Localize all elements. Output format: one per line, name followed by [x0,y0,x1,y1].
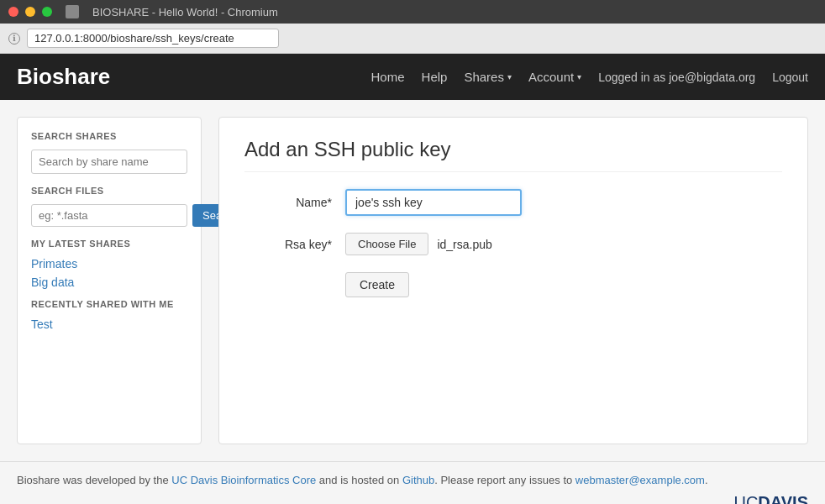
footer-text-2: and is hosted on [316,474,402,486]
nav-account-label: Account [528,70,574,84]
maximize-btn[interactable] [42,7,52,17]
name-label: Name* [244,196,345,209]
page-title: Add an SSH public key [244,138,782,172]
info-icon: ℹ [8,33,20,45]
choose-file-button[interactable]: Choose File [345,233,428,255]
footer: Bioshare was developed by the UC Davis B… [0,461,825,504]
nav-home[interactable]: Home [371,70,405,84]
search-files-row: Search [31,204,187,227]
main-wrapper: SEARCH SHARES SEARCH FILES Search MY LAT… [0,100,825,461]
navbar-user: Logged in as joe@bigdata.org [598,71,755,84]
name-input[interactable] [345,189,522,216]
navbar-brand: Bioshare [17,64,110,90]
create-row: Create [244,272,782,297]
list-item[interactable]: Test [31,318,187,331]
nav-shares-dropdown[interactable]: Shares ▾ [464,70,512,84]
footer-link-github[interactable]: Github [402,474,434,486]
list-item[interactable]: Primates [31,257,187,270]
search-files-title: SEARCH FILES [31,186,187,196]
my-latest-shares-title: MY LATEST SHARES [31,239,187,249]
close-btn[interactable] [8,7,18,17]
minimize-btn[interactable] [25,7,35,17]
file-name-display: id_rsa.pub [437,238,491,251]
account-caret-icon: ▾ [577,72,581,81]
search-shares-title: SEARCH SHARES [31,131,187,141]
addressbar: ℹ [0,24,825,54]
list-item[interactable]: Big data [31,276,187,289]
sidebar: SEARCH SHARES SEARCH FILES Search MY LAT… [17,117,202,444]
navbar: Bioshare Home Help Shares ▾ Account ▾ Lo… [0,54,825,100]
footer-logo: UCDAVIS GENOME CENTER [17,493,808,504]
recently-shared-list: Test [31,318,187,331]
footer-text-1: Bioshare was developed by the [17,474,171,486]
name-row: Name* [244,189,782,216]
content-area: Add an SSH public key Name* Rsa key* Cho… [218,117,808,444]
address-input[interactable] [27,29,279,48]
search-files-input[interactable] [31,204,187,227]
titlebar: BIOSHARE - Hello World! - Chromium [0,0,825,24]
footer-link-ucdavis[interactable]: UC Davis Bioinformatics Core [171,474,316,486]
logout-link[interactable]: Logout [772,71,808,84]
latest-shares-list: Primates Big data [31,257,187,289]
nav-account-dropdown[interactable]: Account ▾ [528,70,581,84]
nav-shares-label: Shares [464,70,504,84]
rsa-key-label: Rsa key* [244,238,345,251]
footer-logo-main: UCDAVIS [17,493,808,504]
create-button[interactable]: Create [345,272,409,297]
footer-text-4: . [705,474,708,486]
shares-caret-icon: ▾ [507,72,512,81]
footer-link-email[interactable]: webmaster@example.com [575,474,705,486]
window-title: BIOSHARE - Hello World! - Chromium [92,6,278,18]
recently-shared-title: RECENTLY SHARED WITH ME [31,299,187,309]
rsa-key-row: Rsa key* Choose File id_rsa.pub [244,233,782,255]
nav-help[interactable]: Help [422,70,448,84]
search-shares-input[interactable] [31,150,187,174]
browser-icon [66,5,79,18]
footer-text-3: . Please report any issues to [434,474,575,486]
navbar-links: Home Help Shares ▾ Account ▾ Logged in a… [371,70,808,84]
